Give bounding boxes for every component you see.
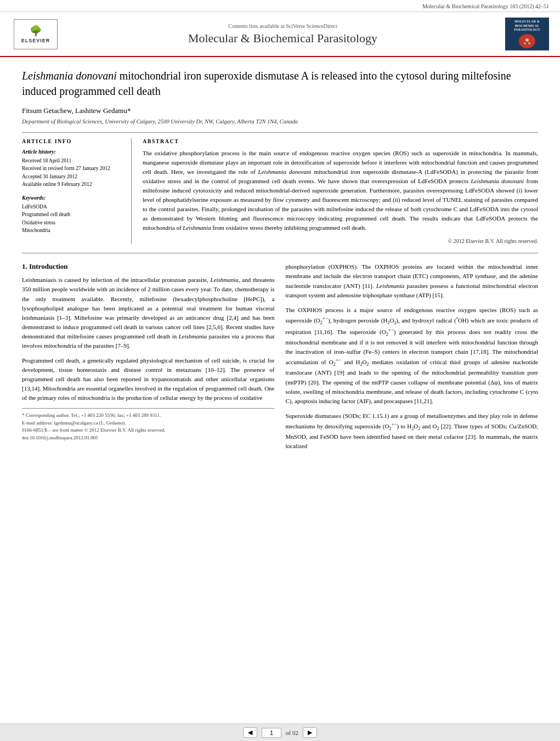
abstract-copyright: © 2012 Elsevier B.V. All rights reserved… <box>143 238 538 244</box>
accepted-date: Accepted 30 January 2012 <box>22 173 123 180</box>
main-content: Leishmania donovani mitochondrial iron s… <box>0 57 560 467</box>
journal-header-bar: Molecular & Biochemical Parasitology 183… <box>0 0 560 12</box>
footnote-doi: doi:10.1016/j.molbiopara.2012.01.005 <box>22 434 275 442</box>
right-paragraph-2: The OXPHOS process is a major source of … <box>286 306 539 406</box>
journal-title: Molecular & Biochemical Parasitology <box>60 31 505 46</box>
intro-paragraph-1: Leishmaniasis is caused by infection of … <box>22 275 275 350</box>
abstract-column: ABSTRACT The oxidative phosphorylation p… <box>143 138 538 244</box>
body-right-col: phosphorylation (OXPHOS). The OXPHOS pro… <box>286 262 539 456</box>
received-1: Received 18 April 2011 <box>22 157 123 165</box>
journal-logo-title: MOLECULAR & BIOCHEMICAL PARASITOLOGY <box>507 20 547 32</box>
article-info-heading: ARTICLE INFO <box>22 138 123 144</box>
right-paragraph-1: phosphorylation (OXPHOS). The OXPHOS pro… <box>286 262 539 299</box>
received-2: Received in revised form 27 January 2012 <box>22 165 123 172</box>
body-left-col: 1. Introduction Leishmaniasis is caused … <box>22 262 275 456</box>
article-info-column: ARTICLE INFO Article history: Received 1… <box>22 138 132 244</box>
journal-center: Contents lists available at SciVerse Sci… <box>60 23 505 46</box>
right-paragraph-3: Superoxide dismutases (SODs; EC 1.15.1) … <box>286 411 539 451</box>
svg-point-1 <box>525 38 529 42</box>
keywords-section: Keywords: LdFeSODA Programmed cell death… <box>22 195 123 234</box>
journal-logo-icon <box>519 34 535 48</box>
section-divider <box>22 253 538 253</box>
elsevier-header: 🌳 ELSEVIER Contents lists available at S… <box>0 12 560 57</box>
journal-logo-right: MOLECULAR & BIOCHEMICAL PARASITOLOGY <box>505 18 549 50</box>
page-number-input[interactable] <box>262 728 281 738</box>
page-of-label: of 02 <box>286 729 298 736</box>
footnote-corresponding: * Corresponding author. Tel.; +1 403 220… <box>22 412 275 420</box>
keyword-3: Oxidative stress <box>22 219 123 227</box>
elsevier-text: ELSEVIER <box>21 38 50 43</box>
history-label: Article history: <box>22 149 123 155</box>
abstract-heading: ABSTRACT <box>143 138 538 144</box>
authors: Fitsum Getachew, Lashitew Gedamu* <box>22 106 538 115</box>
article-title: Leishmania donovani mitochondrial iron s… <box>22 68 538 99</box>
intro-paragraph-2: Programmed cell death, a genetically reg… <box>22 356 275 403</box>
footnote-bar: * Corresponding author. Tel.; +1 403 220… <box>22 408 275 442</box>
footnote-copyright: 0166-6851/$ – see front matter © 2012 El… <box>22 427 275 434</box>
next-page-button[interactable]: ▶ <box>303 727 317 738</box>
footnote-email: E-mail address: lgedamu@ucalgary.ca (L. … <box>22 420 275 427</box>
journal-citation: Molecular & Biochemical Parasitology 183… <box>422 3 549 9</box>
elsevier-logo-inner: 🌳 ELSEVIER <box>14 19 58 49</box>
elsevier-logo: 🌳 ELSEVIER <box>11 18 60 50</box>
body-two-col: 1. Introduction Leishmaniasis is caused … <box>22 262 538 456</box>
available-online: Available online 9 February 2012 <box>22 180 123 188</box>
article-info-abstract-section: ARTICLE INFO Article history: Received 1… <box>22 132 538 244</box>
article-title-italic: Leishmania donovani <box>22 70 117 82</box>
keyword-4: Mitochondria <box>22 227 123 234</box>
keyword-1: LdFeSODA <box>22 203 123 211</box>
svg-point-2 <box>524 42 526 44</box>
affiliation: Department of Biological Sciences, Unive… <box>22 118 538 125</box>
svg-point-3 <box>528 42 530 44</box>
prev-page-button[interactable]: ◀ <box>243 727 257 738</box>
page-nav-bar: ◀ of 02 ▶ <box>0 723 560 741</box>
abstract-text: The oxidative phosphorylation process is… <box>143 149 538 233</box>
intro-section-title: 1. Introduction <box>22 262 275 271</box>
keyword-2: Programmed cell death <box>22 211 123 218</box>
sciverse-link: Contents lists available at SciVerse Sci… <box>60 23 505 29</box>
keywords-label: Keywords: <box>22 195 123 201</box>
